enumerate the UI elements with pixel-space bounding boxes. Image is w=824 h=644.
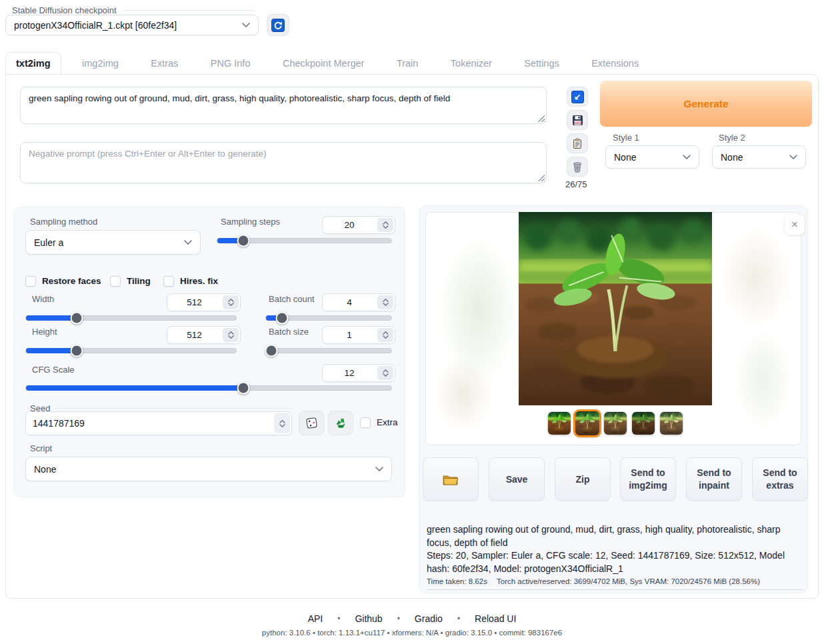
footer-link-reload-ui[interactable]: Reload UI: [475, 613, 516, 624]
clear-prompt-button[interactable]: [567, 157, 588, 177]
random-seed-button[interactable]: [299, 411, 324, 435]
footer-link-gradio[interactable]: Gradio: [415, 613, 443, 624]
seed-value[interactable]: [26, 418, 273, 429]
sampling-steps-input[interactable]: [322, 216, 395, 234]
generate-button[interactable]: Generate: [600, 81, 812, 127]
restore-faces-label: Restore faces: [42, 276, 101, 286]
cfg-scale-input[interactable]: [322, 364, 395, 382]
cfg-scale-slider[interactable]: [25, 385, 392, 391]
generated-image[interactable]: [519, 212, 712, 405]
spinner-icon[interactable]: [377, 366, 393, 380]
batch-count-slider[interactable]: [265, 315, 392, 321]
tab-txt2img[interactable]: txt2img: [5, 52, 61, 74]
width-value[interactable]: [167, 297, 221, 307]
hires-fix-checkbox[interactable]: [163, 276, 174, 287]
gallery-thumbnail-selected[interactable]: [573, 409, 601, 437]
open-folder-button[interactable]: [423, 457, 479, 501]
chevron-down-icon: [789, 155, 797, 159]
output-prompt-text: green sapling rowing out of ground, mud,…: [427, 523, 803, 549]
restore-faces-checkbox[interactable]: [25, 276, 36, 287]
gallery-thumbnail[interactable]: [603, 411, 627, 435]
footer-separator: •: [397, 614, 400, 623]
footer-separator: •: [337, 614, 340, 623]
paste-generation-params-button[interactable]: ↙: [567, 87, 588, 107]
extra-seed-checkbox[interactable]: [360, 417, 371, 428]
style2-value: None: [721, 152, 784, 163]
width-input[interactable]: [167, 293, 241, 311]
restore-faces-option: Restore faces: [25, 275, 101, 287]
style1-select[interactable]: None: [605, 145, 699, 169]
prompt-input[interactable]: green sapling rowing out of ground, mud,…: [20, 87, 547, 124]
tab-settings[interactable]: Settings: [514, 53, 569, 74]
send-to-img2img-button[interactable]: Send to img2img: [620, 457, 676, 501]
tab-train[interactable]: Train: [387, 53, 429, 74]
sampling-method-select[interactable]: Euler a: [25, 230, 201, 255]
seed-input[interactable]: [25, 411, 292, 435]
tab-extensions[interactable]: Extensions: [581, 53, 649, 74]
negative-prompt-input[interactable]: [20, 142, 547, 183]
footer-link-github[interactable]: Github: [355, 613, 382, 624]
script-select[interactable]: None: [25, 457, 392, 481]
send-to-inpaint-button[interactable]: Send to inpaint: [686, 457, 742, 501]
chevron-down-icon: [375, 467, 383, 471]
cfg-scale-value[interactable]: [323, 368, 376, 378]
tab-checkpoint-merger[interactable]: Checkpoint Merger: [273, 53, 375, 74]
batch-size-value[interactable]: [323, 330, 376, 340]
send-to-extras-button[interactable]: Send to extras: [752, 457, 808, 501]
sampling-steps-slider[interactable]: [217, 238, 392, 243]
gallery-thumbnail[interactable]: [547, 411, 571, 435]
slider-knob[interactable]: [237, 235, 250, 247]
spinner-icon[interactable]: [377, 295, 393, 309]
seed-label-rule: [55, 408, 292, 409]
spinner-icon[interactable]: [223, 295, 239, 309]
stable-diffusion-webui: Stable Diffusion checkpoint protogenX34O…: [0, 0, 824, 644]
checkpoint-value: protogenX34OfficialR_1.ckpt [60fe2f34]: [14, 20, 237, 31]
zip-button[interactable]: Zip: [555, 457, 611, 501]
style2-label: Style 2: [719, 133, 745, 143]
footer-link-api[interactable]: API: [308, 613, 323, 624]
slider-knob[interactable]: [237, 382, 250, 395]
gallery-thumbnail[interactable]: [631, 411, 655, 435]
hires-fix-label: Hires. fix: [180, 276, 218, 286]
spinner-icon[interactable]: [377, 328, 393, 342]
style1-label: Style 1: [613, 133, 639, 143]
reuse-seed-button[interactable]: [328, 411, 353, 435]
slider-knob[interactable]: [70, 312, 83, 325]
save-button[interactable]: Save: [489, 457, 545, 501]
tiling-label: Tiling: [127, 276, 151, 286]
width-slider[interactable]: [25, 315, 237, 321]
close-icon[interactable]: ×: [785, 215, 805, 235]
slider-knob[interactable]: [276, 312, 289, 325]
batch-size-input[interactable]: [322, 326, 395, 344]
tab-tokenizer[interactable]: Tokenizer: [441, 53, 502, 74]
style2-select[interactable]: None: [712, 145, 806, 169]
extra-seed-label: Extra: [377, 417, 398, 427]
tab-png-info[interactable]: PNG Info: [201, 53, 261, 74]
cfg-scale-label: CFG Scale: [32, 365, 75, 375]
batch-count-input[interactable]: [322, 293, 395, 311]
slider-knob[interactable]: [265, 345, 277, 357]
gallery-thumbnail[interactable]: [659, 411, 683, 435]
spinner-icon[interactable]: [223, 328, 239, 342]
apply-style-button[interactable]: [567, 133, 588, 153]
height-slider[interactable]: [25, 348, 237, 353]
tab-extras[interactable]: Extras: [141, 53, 188, 74]
output-params-text: Steps: 20, Sampler: Euler a, CFG scale: …: [427, 549, 803, 575]
refresh-checkpoint-button[interactable]: [267, 14, 289, 36]
tab-img2img[interactable]: img2img: [72, 53, 129, 74]
chevron-down-icon: [184, 240, 192, 245]
height-input[interactable]: [167, 326, 241, 344]
slider-knob[interactable]: [70, 345, 83, 357]
chevron-down-icon: [683, 155, 691, 159]
sampling-steps-value[interactable]: [323, 220, 376, 230]
batch-size-slider[interactable]: [265, 348, 392, 353]
spinner-icon[interactable]: [274, 413, 290, 433]
batch-count-value[interactable]: [323, 297, 376, 307]
style1-value: None: [614, 152, 677, 163]
spinner-icon[interactable]: [377, 218, 393, 232]
tiling-checkbox[interactable]: [110, 276, 121, 287]
height-value[interactable]: [167, 330, 221, 340]
tab-bar: txt2img img2img Extras PNG Info Checkpoi…: [5, 52, 819, 75]
save-style-button[interactable]: [567, 110, 588, 130]
checkpoint-select[interactable]: protogenX34OfficialR_1.ckpt [60fe2f34]: [5, 15, 259, 35]
